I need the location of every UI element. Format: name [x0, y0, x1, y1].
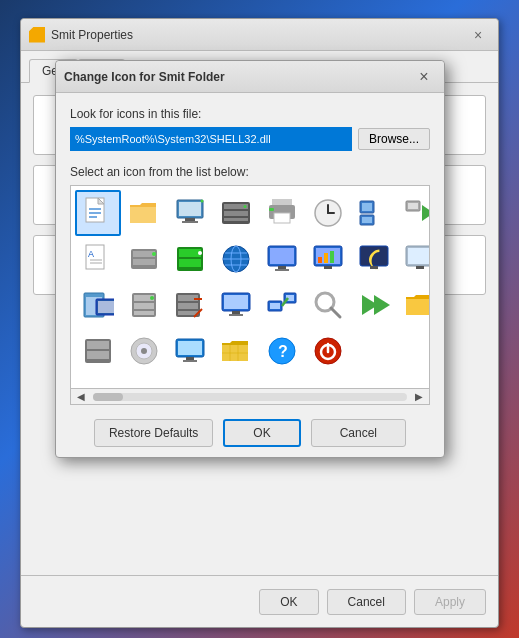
icon-cell-drive[interactable]	[121, 236, 167, 282]
icon-cell-computer[interactable]	[167, 190, 213, 236]
svg-rect-67	[134, 303, 154, 309]
bg-close-button[interactable]: ×	[466, 23, 490, 47]
svg-rect-68	[134, 311, 154, 315]
icon-cell-monitor[interactable]	[259, 236, 305, 282]
icon-cell-next[interactable]	[397, 236, 430, 282]
svg-rect-6	[179, 202, 201, 216]
icon-cell-server[interactable]	[121, 282, 167, 328]
file-input[interactable]	[70, 127, 352, 151]
folder2-icon	[404, 289, 430, 321]
network-icon	[358, 197, 390, 229]
icons-container: A	[70, 185, 430, 405]
icon-cell-folder2[interactable]	[397, 282, 430, 328]
svg-rect-79	[229, 314, 243, 316]
icon-cell-disc[interactable]	[121, 328, 167, 374]
icon-cell-drive3[interactable]	[75, 328, 121, 374]
bg-apply-button[interactable]: Apply	[414, 589, 486, 615]
icon-cell-hdd[interactable]	[213, 190, 259, 236]
svg-rect-13	[224, 218, 248, 221]
svg-rect-49	[275, 269, 289, 271]
svg-point-14	[244, 205, 247, 208]
icon-cell-network[interactable]	[351, 190, 397, 236]
scrollbar-track[interactable]	[93, 393, 407, 401]
svg-rect-48	[278, 266, 286, 269]
svg-rect-7	[185, 218, 195, 221]
svg-rect-18	[269, 208, 274, 211]
ok-button[interactable]: OK	[223, 419, 300, 447]
drive3-icon	[82, 335, 114, 367]
svg-text:A: A	[88, 249, 94, 259]
scroll-right-button[interactable]: ▶	[411, 389, 427, 405]
modal-titlebar: Change Icon for Smit Folder ×	[56, 61, 444, 93]
moon-icon	[358, 243, 390, 275]
svg-rect-73	[178, 311, 198, 315]
icon-cell-monitor2[interactable]	[213, 282, 259, 328]
icon-cell-drive2[interactable]	[167, 236, 213, 282]
folder-icon	[29, 27, 45, 43]
cancel-button[interactable]: Cancel	[311, 419, 406, 447]
file-label: Look for icons in this file:	[70, 107, 430, 121]
icon-cell-help[interactable]: ?	[259, 328, 305, 374]
svg-rect-77	[224, 295, 248, 309]
icon-cell-window[interactable]	[75, 282, 121, 328]
svg-rect-15	[272, 199, 292, 205]
text-doc-icon: A	[82, 243, 114, 275]
icon-cell-server2[interactable]	[167, 282, 213, 328]
disc-icon	[128, 335, 160, 367]
icons-scrollbar[interactable]: ◀ ▶	[71, 388, 429, 404]
monitor-icon	[266, 243, 298, 275]
svg-marker-28	[422, 205, 430, 221]
icon-cell-globe[interactable]	[213, 236, 259, 282]
svg-rect-64	[98, 301, 114, 313]
svg-point-9	[201, 200, 204, 203]
icon-cell-chart[interactable]	[305, 236, 351, 282]
modal-close-button[interactable]: ×	[412, 65, 436, 89]
bg-titlebar: Smit Properties ×	[21, 19, 498, 51]
help-icon: ?	[266, 335, 298, 367]
svg-rect-56	[360, 246, 388, 266]
icon-cell-document[interactable]	[75, 190, 121, 236]
icon-cell-text[interactable]: A	[75, 236, 121, 282]
svg-point-94	[141, 348, 147, 354]
modal-content: Look for icons in this file: Browse... S…	[56, 93, 444, 457]
icon-cell-arrow[interactable]	[397, 190, 430, 236]
drive-icon	[128, 243, 160, 275]
folder3-icon	[220, 335, 252, 367]
icons-label: Select an icon from the list below:	[70, 165, 430, 179]
svg-rect-90	[87, 341, 109, 349]
svg-rect-38	[179, 249, 201, 257]
svg-rect-25	[362, 217, 372, 223]
modal-bottom-buttons: Restore Defaults OK Cancel	[70, 419, 430, 447]
icon-cell-share[interactable]	[259, 282, 305, 328]
icon-cell-fwd[interactable]	[351, 282, 397, 328]
server2-icon	[174, 289, 206, 321]
icon-cell-folder3[interactable]	[213, 328, 259, 374]
icon-cell-folder[interactable]	[121, 190, 167, 236]
svg-rect-98	[183, 360, 197, 362]
bg-cancel-button[interactable]: Cancel	[327, 589, 406, 615]
icon-cell-desktop[interactable]	[167, 328, 213, 374]
icon-cell-search[interactable]	[305, 282, 351, 328]
search-icon	[312, 289, 344, 321]
svg-rect-59	[408, 248, 430, 264]
svg-rect-91	[87, 351, 109, 359]
svg-rect-8	[182, 221, 198, 223]
folder-icon	[128, 197, 160, 229]
computer-icon	[174, 197, 206, 229]
scroll-left-button[interactable]: ◀	[73, 389, 89, 405]
icon-cell-printer[interactable]	[259, 190, 305, 236]
svg-rect-47	[270, 248, 294, 264]
bg-ok-button[interactable]: OK	[259, 589, 318, 615]
monitor2-icon	[220, 289, 252, 321]
restore-defaults-button[interactable]: Restore Defaults	[94, 419, 213, 447]
icon-cell-clock[interactable]	[305, 190, 351, 236]
icon-cell-moon[interactable]	[351, 236, 397, 282]
printer-icon	[266, 197, 298, 229]
svg-rect-27	[408, 203, 418, 209]
scrollbar-thumb[interactable]	[93, 393, 123, 401]
svg-rect-53	[324, 253, 328, 263]
icon-cell-power[interactable]	[305, 328, 351, 374]
browse-button[interactable]: Browse...	[358, 128, 430, 150]
power-icon	[312, 335, 344, 367]
drive2-icon	[174, 243, 206, 275]
